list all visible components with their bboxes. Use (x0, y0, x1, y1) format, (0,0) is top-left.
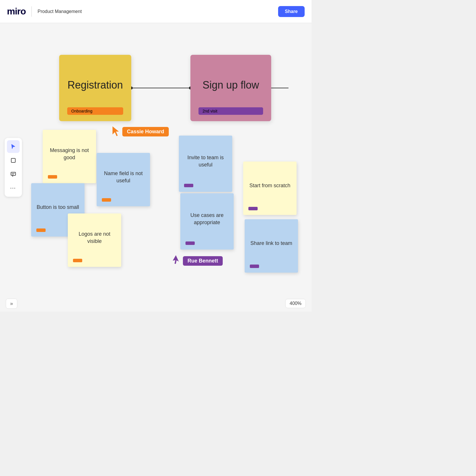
sticky-namefield[interactable]: Name field is not useful (97, 153, 150, 206)
comment-tool[interactable] (7, 168, 20, 181)
sticky-icon (10, 158, 16, 163)
canvas: Registration Onboarding Sign up flow 2nd… (0, 23, 312, 312)
svg-marker-4 (12, 144, 15, 149)
sticky-button-tag (36, 228, 46, 232)
expand-button[interactable]: » (6, 299, 17, 309)
header: miro Product Management Share (0, 0, 312, 23)
more-icon: ●●● (10, 187, 16, 189)
more-tool[interactable]: ●●● (7, 182, 20, 194)
sticky-sharelink[interactable]: Share link to team (245, 219, 298, 273)
cassie-label: Cassie Howard (122, 127, 169, 136)
sticky-logos[interactable]: Logos are not visible (68, 213, 121, 267)
rue-label: Rue Bennett (183, 256, 223, 266)
sticky-sharelink-tag (250, 265, 259, 268)
sticky-tool[interactable] (7, 154, 20, 167)
sticky-scratch-tag (248, 207, 258, 210)
cursor-rue: Rue Bennett (173, 256, 223, 266)
sticky-invite[interactable]: Invite to team is useful (179, 136, 232, 192)
svg-rect-6 (11, 172, 16, 175)
toolbar: ●●● (5, 138, 22, 197)
share-button[interactable]: Share (278, 6, 305, 17)
sticky-namefield-text: Name field is not useful (102, 159, 145, 195)
sticky-usecases-text: Use cases are appropriate (185, 199, 228, 239)
registration-tag: Onboarding (67, 107, 123, 115)
rue-cursor-arrow (172, 255, 183, 267)
sticky-invite-text: Invite to team is useful (184, 141, 227, 181)
sticky-sharelink-text: Share link to team (250, 225, 293, 262)
svg-marker-9 (113, 126, 119, 136)
cursor-tool[interactable] (7, 140, 20, 153)
sticky-usecases-tag (185, 241, 195, 245)
cassie-cursor-arrow (113, 126, 121, 137)
zoom-indicator: 400% (285, 299, 306, 308)
sticky-scratch[interactable]: Start from scratch (243, 162, 297, 215)
board-title: Product Management (38, 9, 82, 14)
svg-rect-5 (11, 158, 15, 162)
header-divider (31, 6, 32, 17)
bottom-bar: » 400% (0, 295, 312, 312)
signup-tag: 2nd visit (198, 107, 263, 115)
cursor-cassie: Cassie Howard (113, 126, 169, 137)
sticky-logos-text: Logos are not visible (73, 219, 116, 256)
comment-icon (10, 171, 16, 177)
signup-card[interactable]: Sign up flow 2nd visit (190, 55, 271, 121)
sticky-namefield-tag (102, 198, 111, 202)
sticky-scratch-text: Start from scratch (248, 167, 291, 204)
miro-logo: miro (7, 6, 26, 17)
registration-card[interactable]: Registration Onboarding (59, 55, 131, 121)
sticky-messaging-tag (48, 175, 57, 179)
signup-title: Sign up flow (198, 63, 263, 107)
registration-title: Registration (67, 63, 123, 107)
sticky-invite-tag (184, 184, 193, 187)
svg-marker-10 (172, 255, 181, 265)
cursor-icon (10, 144, 16, 149)
sticky-logos-tag (73, 259, 82, 262)
sticky-messaging[interactable]: Messaging is not good (43, 130, 96, 183)
sticky-messaging-text: Messaging is not good (48, 136, 91, 172)
sticky-usecases[interactable]: Use cases are appropriate (180, 193, 234, 250)
